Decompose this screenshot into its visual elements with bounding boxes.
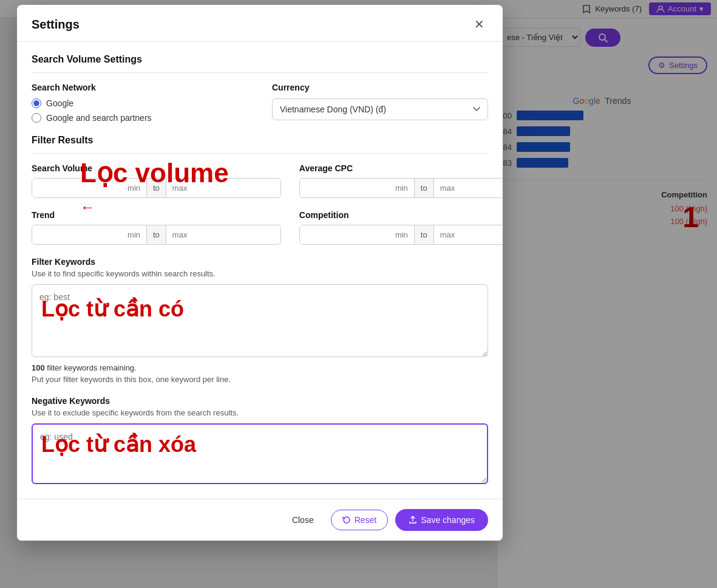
filter-row-2: Trend to Competition to (32, 210, 488, 245)
reset-button[interactable]: Reset (331, 510, 389, 530)
modal-body: Search Volume Settings Search Network Go… (17, 42, 503, 499)
currency-label: Currency (272, 83, 488, 92)
trend-range: to (32, 225, 281, 245)
negative-keywords-section: Negative Keywords Use it to exclude spec… (32, 396, 488, 487)
negative-keywords-desc: Use it to exclude specific keywords from… (32, 408, 488, 417)
competition-to-separator: to (414, 225, 434, 244)
remaining-text: filter keywords remaining. (45, 363, 137, 372)
competition-min-input[interactable] (300, 225, 414, 244)
trend-min-input[interactable] (32, 225, 146, 244)
currency-col: Currency Vietnamese Dong (VND) (đ) (272, 83, 488, 123)
filter-row-1: Search Volume to Average CPC to (32, 163, 488, 198)
modal-header: Settings ✕ (17, 5, 503, 42)
share-icon (409, 516, 417, 524)
competition-max-input[interactable] (434, 225, 503, 244)
search-network-currency-row: Search Network Google Google and search … (32, 83, 488, 123)
competition-col: Competition to (299, 210, 503, 245)
negative-keywords-textarea[interactable] (32, 423, 488, 484)
filter-keywords-desc: Use it to find specific keywords within … (32, 269, 488, 278)
modal-close-button[interactable]: ✕ (471, 17, 488, 32)
reset-label: Reset (355, 515, 377, 525)
currency-select[interactable]: Vietnamese Dong (VND) (đ) (272, 98, 488, 120)
modal-title: Settings (32, 18, 80, 32)
modal-footer: Close Reset Save changes (17, 499, 503, 541)
trend-col: Trend to (32, 210, 281, 245)
search-volume-min-input[interactable] (32, 179, 146, 197)
settings-modal: Settings ✕ Search Volume Settings Search… (17, 5, 503, 541)
radio-partners-label: Google and search partners (46, 113, 152, 123)
average-cpc-range: to (299, 178, 503, 198)
negative-keywords-textarea-wrapper: Lọc từ cần xóa (32, 423, 488, 487)
average-cpc-max-input[interactable] (434, 179, 503, 197)
filter-results-section: Filter Results Search Volume to Average (32, 135, 488, 245)
trend-label: Trend (32, 210, 281, 220)
filter-keywords-section: Filter Keywords Use it to find specific … (32, 257, 488, 384)
search-volume-col: Search Volume to (32, 163, 281, 198)
average-cpc-min-input[interactable] (300, 179, 414, 197)
trend-max-input[interactable] (166, 225, 280, 244)
filter-keywords-hint: Put your filter keywords in this box, on… (32, 375, 488, 384)
search-volume-to-separator: to (146, 179, 166, 197)
average-cpc-to-separator: to (414, 179, 434, 197)
filter-row-wrapper: Search Volume to Average CPC to (32, 163, 488, 198)
radio-google-label: Google (46, 98, 73, 108)
competition-filter-label: Competition (299, 210, 503, 220)
filter-keywords-title: Filter Keywords (32, 257, 488, 267)
radio-google-partners[interactable]: Google and search partners (32, 113, 248, 123)
filter-keywords-textarea-wrapper: Lọc từ cần có (32, 284, 488, 360)
search-volume-section-title: Search Volume Settings (32, 54, 488, 73)
filter-results-title: Filter Results (32, 135, 488, 154)
radio-group: Google Google and search partners (32, 98, 248, 123)
filter-keywords-remaining: 100 filter keywords remaining. (32, 363, 488, 372)
filter-keywords-textarea[interactable] (32, 284, 488, 357)
average-cpc-col: Average CPC to (299, 163, 503, 198)
radio-google-input[interactable] (32, 98, 41, 108)
remaining-count: 100 (32, 363, 45, 372)
radio-google[interactable]: Google (32, 98, 248, 108)
save-changes-button[interactable]: Save changes (395, 509, 488, 531)
reset-icon (342, 516, 351, 524)
competition-range: to (299, 225, 503, 245)
search-network-label: Search Network (32, 83, 248, 92)
search-network-col: Search Network Google Google and search … (32, 83, 248, 123)
search-volume-range: to (32, 178, 281, 198)
search-volume-filter-label: Search Volume (32, 163, 281, 173)
close-button[interactable]: Close (282, 510, 324, 530)
save-label: Save changes (421, 515, 475, 525)
average-cpc-label: Average CPC (299, 163, 503, 173)
trend-to-separator: to (146, 225, 166, 244)
search-volume-max-input[interactable] (166, 179, 280, 197)
negative-keywords-title: Negative Keywords (32, 396, 488, 406)
radio-partners-input[interactable] (32, 113, 41, 123)
